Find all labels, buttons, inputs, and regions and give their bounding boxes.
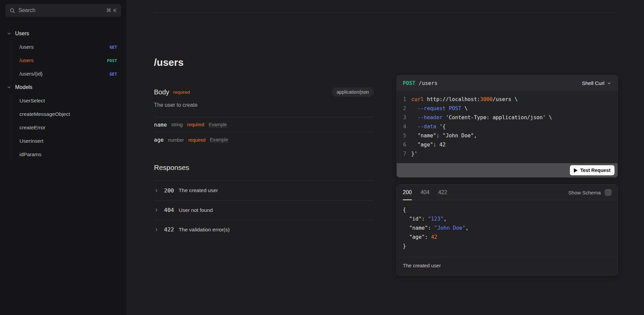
example-panel: POST /users Shell Curl 1curl http://loca… <box>396 13 618 275</box>
sidebar-section-items-users: /usersGET/usersPOST/users/{id}GET <box>11 40 126 81</box>
content-type-badge: application/json <box>332 87 374 97</box>
code-line: "age": 42 <box>403 233 611 242</box>
tab-404[interactable]: 404 <box>421 185 430 200</box>
response-status-code: 422 <box>164 226 174 233</box>
page-title: /users <box>154 57 374 68</box>
response-card-header: 200404422 Show Schema <box>397 185 618 200</box>
sidebar-item-label: UserSelect <box>19 98 117 104</box>
line-number: 2 <box>402 104 406 113</box>
sidebar-item-label: createMessageObject <box>19 111 117 117</box>
sidebar-item-label: /users <box>19 44 109 50</box>
app-root: Search ⌘ K Users/usersGET/usersPOST/user… <box>0 0 644 315</box>
body-description: The user to create <box>154 102 374 108</box>
sidebar-item-label: idParams <box>19 151 117 158</box>
sidebar-item-createmessageobject[interactable]: createMessageObject <box>11 107 126 121</box>
request-card-header: POST /users Shell Curl <box>397 76 618 91</box>
test-request-button[interactable]: Test Request <box>570 165 614 175</box>
client-selector-dropdown[interactable]: Shell Curl <box>582 80 611 86</box>
field-type: string <box>171 122 183 127</box>
field-name: age <box>154 137 164 143</box>
sidebar: Search ⌘ K Users/usersGET/usersPOST/user… <box>0 0 126 315</box>
operation-details: /users Body required application/json Th… <box>154 13 374 275</box>
sidebar-nav: Users/usersGET/usersPOST/users/{id}GETMo… <box>0 27 126 161</box>
request-path: /users <box>419 80 437 86</box>
response-description: The created user <box>397 257 618 275</box>
response-status-tabs: 200404422 <box>403 185 447 200</box>
sidebar-section-label: Users <box>15 31 29 37</box>
code-line: { <box>403 206 611 215</box>
response-description-text: The validation error(s) <box>179 227 230 233</box>
method-badge-get: GET <box>109 45 117 50</box>
responses-list: 200The created user404User not found422T… <box>154 180 374 239</box>
method-badge-post: POST <box>107 58 117 63</box>
test-request-label: Test Request <box>580 168 610 173</box>
search-placeholder: Search <box>18 7 106 13</box>
sidebar-section-users[interactable]: Users <box>0 27 126 40</box>
tab-422[interactable]: 422 <box>438 185 447 200</box>
sidebar-section-models[interactable]: Models <box>0 81 126 94</box>
field-required-flag: required <box>187 122 204 127</box>
show-schema-checkbox[interactable] <box>605 189 611 196</box>
code-line: "name": "John Doe", <box>403 224 611 233</box>
field-row-name: namestringrequiredExample <box>154 117 374 132</box>
search-shortcut-badge: ⌘ K <box>106 7 117 13</box>
content-columns: /users Body required application/json Th… <box>154 13 618 275</box>
code-line: 6 "age": 42 <box>402 140 612 149</box>
chevron-right-icon <box>154 188 159 193</box>
sidebar-item-label: /users <box>19 57 107 63</box>
response-json-block: { "id": "123", "name": "John Doe", "age"… <box>397 200 618 257</box>
field-example-link[interactable]: Example <box>209 122 227 128</box>
sidebar-item-userinsert[interactable]: UserInsert <box>11 134 126 148</box>
sidebar-item-usersid[interactable]: /users/{id}GET <box>11 67 126 81</box>
response-status-code: 404 <box>164 207 174 213</box>
code-line: 3 --header 'Content-Type: application/js… <box>402 113 612 122</box>
field-row-age: agenumberrequiredExample <box>154 132 374 147</box>
sidebar-item-label: createError <box>19 125 117 131</box>
request-code-block: 1curl http://localhost:3000/users \2 --r… <box>397 91 618 163</box>
response-row-422[interactable]: 422The validation error(s) <box>154 220 374 239</box>
sidebar-section-label: Models <box>15 84 33 90</box>
field-type: number <box>168 137 184 143</box>
field-example-link[interactable]: Example <box>210 137 228 143</box>
request-example-card: POST /users Shell Curl 1curl http://loca… <box>396 75 618 178</box>
client-selector-label: Shell Curl <box>582 80 604 86</box>
code-line: "id": "123", <box>403 215 611 224</box>
code-line: 4 --data '{ <box>402 122 612 131</box>
sidebar-item-users[interactable]: /usersPOST <box>11 54 126 67</box>
chevron-down-icon <box>607 81 611 86</box>
response-status-code: 200 <box>164 187 174 194</box>
search-input[interactable]: Search ⌘ K <box>5 4 121 17</box>
response-description-text: The created user <box>179 187 218 193</box>
response-example-card: 200404422 Show Schema { "id": "123", "na… <box>396 184 618 275</box>
show-schema-toggle[interactable]: Show Schema <box>568 189 611 196</box>
sidebar-item-label: /users/{id} <box>19 71 109 77</box>
sidebar-section-items-models: UserSelectcreateMessageObjectcreateError… <box>11 94 126 161</box>
sidebar-item-userselect[interactable]: UserSelect <box>11 94 126 107</box>
method-badge-get: GET <box>109 72 117 77</box>
body-section-header: Body required application/json <box>154 87 374 97</box>
request-card-footer: Test Request <box>397 163 618 177</box>
search-icon <box>9 8 15 13</box>
sidebar-item-label: UserInsert <box>19 138 117 144</box>
chevron-down-icon <box>7 31 11 36</box>
code-line: 5 "name": "John Doe", <box>402 131 612 140</box>
line-number: 6 <box>402 140 406 149</box>
response-row-404[interactable]: 404User not found <box>154 200 374 220</box>
main-content: /users Body required application/json Th… <box>126 0 644 315</box>
field-list: namestringrequiredExampleagenumberrequir… <box>154 117 374 147</box>
code-line: 2 --request POST \ <box>402 104 612 113</box>
code-line: 1curl http://localhost:3000/users \ <box>402 95 612 104</box>
chevron-down-icon <box>7 85 11 90</box>
chevron-right-icon <box>154 208 159 213</box>
sidebar-item-users[interactable]: /usersGET <box>11 40 126 54</box>
tab-200[interactable]: 200 <box>403 185 412 200</box>
code-line: 7}' <box>402 149 612 159</box>
line-number: 7 <box>402 149 406 159</box>
sidebar-item-createerror[interactable]: createError <box>11 121 126 134</box>
sidebar-item-idparams[interactable]: idParams <box>11 148 126 161</box>
request-signature: POST /users <box>403 80 437 86</box>
response-row-200[interactable]: 200The created user <box>154 181 374 200</box>
play-icon <box>574 168 578 173</box>
field-required-flag: required <box>188 137 205 143</box>
line-number: 3 <box>402 113 406 122</box>
